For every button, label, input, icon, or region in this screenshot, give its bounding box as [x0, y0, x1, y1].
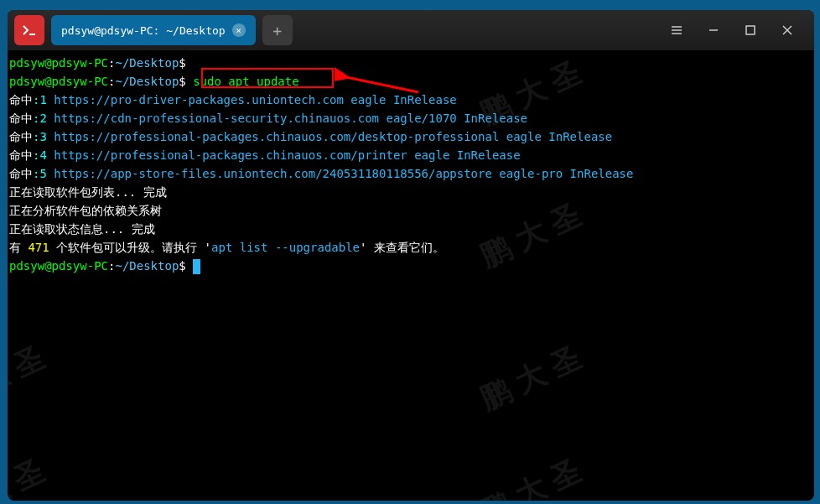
- svg-rect-5: [746, 26, 755, 34]
- menu-button[interactable]: [667, 20, 687, 40]
- watermark: 鹏 大 圣: [8, 347, 47, 409]
- window-controls: [667, 20, 807, 40]
- watermark: 鹏 大 圣: [478, 460, 583, 501]
- watermark: 鹏 大 圣: [8, 460, 47, 501]
- minimize-button[interactable]: [703, 20, 724, 40]
- active-tab[interactable]: pdsyw@pdsyw-PC: ~/Desktop ×: [51, 15, 256, 45]
- cursor: [193, 259, 200, 274]
- terminal-app-icon[interactable]: [14, 15, 44, 45]
- typed-command: sudo apt update: [193, 75, 298, 88]
- hit-line: 命中:1 https://pro-driver-packages.unionte…: [9, 91, 812, 109]
- prompt-line-cursor: pdsyw@pdsyw-PC:~/Desktop$: [9, 257, 812, 275]
- status-line: 正在读取软件包列表... 完成: [9, 183, 812, 201]
- hit-line: 命中:3 https://professional-packages.china…: [9, 127, 812, 146]
- terminal-output[interactable]: 鹏 大 圣 鹏 大 圣 鹏 大 圣 鹏 大 圣 鹏 大 圣 鹏 大 圣 pdsy…: [8, 50, 814, 501]
- status-line: 正在分析软件包的依赖关系树: [9, 201, 812, 220]
- command-line: pdsyw@pdsyw-PC:~/Desktop$ sudo apt updat…: [9, 72, 812, 91]
- upgrade-line: 有 471 个软件包可以升级。请执行 'apt list --upgradabl…: [9, 238, 812, 257]
- terminal-window: pdsyw@pdsyw-PC: ~/Desktop × + 鹏 大 圣 鹏 大 …: [8, 10, 814, 501]
- titlebar: pdsyw@pdsyw-PC: ~/Desktop × +: [8, 10, 814, 50]
- hit-line: 命中:2 https://cdn-professional-security.c…: [9, 109, 812, 127]
- new-tab-button[interactable]: +: [262, 15, 293, 45]
- close-button[interactable]: [777, 20, 797, 40]
- tab-close-button[interactable]: ×: [232, 23, 246, 37]
- status-line: 正在读取状态信息... 完成: [9, 220, 812, 238]
- watermark: 鹏 大 圣: [478, 347, 583, 409]
- hit-line: 命中:5 https://app-store-files.uniontech.c…: [9, 164, 812, 183]
- hit-line: 命中:4 https://professional-packages.china…: [9, 146, 812, 164]
- maximize-button[interactable]: [740, 20, 760, 40]
- tab-title: pdsyw@pdsyw-PC: ~/Desktop: [61, 24, 226, 37]
- prompt-line: pdsyw@pdsyw-PC:~/Desktop$: [9, 54, 812, 72]
